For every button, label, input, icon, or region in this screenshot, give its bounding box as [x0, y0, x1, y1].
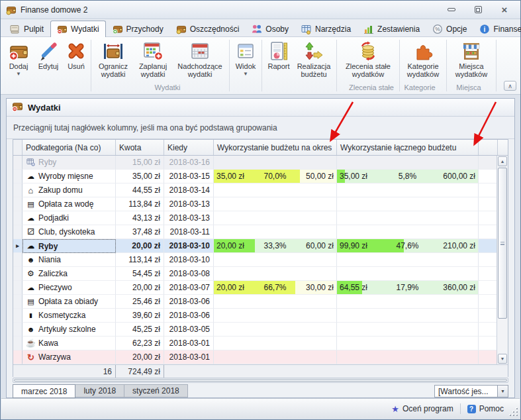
row-count: 16	[23, 365, 116, 378]
budget-limit: 60,00 zł	[295, 241, 334, 250]
expense-row[interactable]: ☻Niania113,14 zł2018-03-10	[13, 253, 508, 267]
budget-total-cell	[337, 197, 479, 211]
ribbon-button-kategorie-wydatków[interactable]: Kategorie wydatków	[402, 39, 444, 78]
budget-total-cell	[337, 211, 479, 225]
ribbon-button-nadchodzące-wydatki[interactable]: Nadchodzące wydatki	[173, 39, 227, 78]
empty-cell	[479, 156, 498, 170]
maximize-button[interactable]	[471, 5, 485, 15]
wallet-coin-icon	[176, 24, 187, 34]
ribbon-button-dodaj[interactable]: Dodaj▼	[4, 39, 33, 77]
column-header-kiedy[interactable]: Kiedy	[164, 140, 214, 155]
budget-percent: 66,7%	[256, 283, 295, 292]
expense-row[interactable]: Ryby15,00 zł2018-03-16	[13, 156, 508, 170]
close-button[interactable]: ×	[498, 5, 511, 15]
row-indicator	[13, 309, 23, 323]
expense-row[interactable]: ↻Warzywa20,00 zł2018-03-01	[13, 350, 508, 364]
expense-row[interactable]: ☻Artykuły szkolne45,25 zł2018-03-05	[13, 323, 508, 337]
budget-total-cell	[337, 184, 479, 197]
horizontal-scrollbar[interactable]	[13, 378, 508, 383]
grid-summary-row: 16724,49 zł	[13, 364, 508, 378]
filter-dropdown[interactable]: [Wartość jes... ▼	[434, 385, 508, 397]
ribbon-button-miejsca-wydatków[interactable]: Miejsca wydatków	[449, 39, 494, 78]
ribbon-button-label: Zaplanuj wydatki	[139, 62, 167, 78]
budget-period-cell: 20,00 zł66,7%30,00 zł	[214, 281, 337, 295]
ribbon-button-label: Kategorie wydatków	[407, 62, 439, 78]
expense-row[interactable]: ☁Wyroby mięsne35,00 zł2018-03-1535,00 zł…	[13, 170, 508, 184]
expense-row[interactable]: ▸☁Ryby20,00 zł2018-03-1020,00 zł33,3%60,…	[13, 239, 508, 253]
month-tab-luty-2018[interactable]: luty 2018	[75, 384, 124, 397]
budget-total-cell	[337, 350, 479, 364]
resize-grip[interactable]	[508, 407, 518, 416]
tab-narzędzia[interactable]: Narzędzia	[295, 21, 357, 36]
help-link[interactable]: ? Pomoc	[467, 404, 504, 413]
ribbon-button-realizacja-budżetu[interactable]: Realizacja budżetu	[293, 39, 334, 78]
window-title: Finanse domowe 2	[21, 5, 87, 15]
tab-przychody[interactable]: Przychody	[107, 21, 169, 36]
ribbon-button-raport[interactable]: Raport	[264, 39, 293, 70]
expense-row[interactable]: ▤Opłata za wodę113,84 zł2018-03-13	[13, 197, 508, 211]
expense-row[interactable]: ▮Kosmetyczka39,60 zł2018-03-06	[13, 309, 508, 323]
amount-cell: 25,46 zł	[116, 295, 164, 309]
column-header-wykorzystanie-łącznego-budżetu[interactable]: Wykorzystanie łącznego budżetu	[337, 140, 479, 155]
ribbon-button-usuń[interactable]: Usuń	[64, 39, 89, 70]
chevron-down-icon[interactable]: ▼	[497, 386, 508, 397]
vertical-scrollbar[interactable]: ▲ ▼	[497, 156, 508, 364]
month-tab-styczeń-2018[interactable]: styczeń 2018	[124, 384, 188, 397]
tab-label: Przychody	[126, 25, 164, 34]
scroll-down-icon[interactable]: ▼	[498, 354, 507, 364]
expense-row[interactable]: ☁Podjadki43,13 zł2018-03-13	[13, 211, 508, 225]
empty-cell	[479, 170, 498, 184]
subcategory-cell: ⌂Zakup domu	[23, 184, 116, 197]
ribbon-button-edytuj[interactable]: Edytuj	[33, 39, 64, 70]
tab-wydatki[interactable]: Wydatki	[50, 21, 106, 37]
date-cell: 2018-03-16	[164, 156, 214, 170]
chevron-down-icon: ▼	[243, 72, 248, 77]
empty-cell	[479, 239, 498, 253]
tab-zestawienia[interactable]: Zestawienia	[357, 21, 426, 36]
column-header-podkategoria-na-co[interactable]: Podkategoria (Na co)	[23, 140, 116, 155]
tab-finanse-domowe[interactable]: iFinanse domowe	[473, 21, 521, 36]
expense-row[interactable]: ⚂Club, dyskoteka37,48 zł2018-03-11	[13, 225, 508, 239]
tab-oszczędności[interactable]: Oszczędności	[170, 21, 246, 36]
subcategory-cell: ☁Pieczywo	[23, 281, 116, 295]
date-cell: 2018-03-06	[164, 309, 214, 323]
ribbon-button-zaplanuj-wydatki[interactable]: Zaplanuj wydatki	[133, 39, 173, 78]
date-cell: 2018-03-01	[164, 350, 214, 364]
tab-label: Pulpit	[24, 25, 44, 34]
expense-row[interactable]: ☁Pieczywo20,00 zł2018-03-0720,00 zł66,7%…	[13, 281, 508, 295]
scroll-up-icon[interactable]: ▲	[498, 156, 507, 166]
empty-cell	[479, 281, 498, 295]
status-bar: ★ Oceń program ? Pomoc	[1, 398, 520, 419]
chevron-down-icon: ▼	[16, 72, 21, 77]
footer-blank	[214, 365, 337, 378]
expense-row[interactable]: ⚙Zaliczka54,45 zł2018-03-08	[13, 267, 508, 281]
hscroll-thumb[interactable]	[14, 379, 507, 382]
budget-values: 35,00 zł70,0%50,00 zł	[214, 172, 336, 181]
date-cell: 2018-03-14	[164, 184, 214, 197]
scrollbar-thumb[interactable]	[498, 168, 507, 319]
puzzle-icon	[412, 40, 434, 62]
expense-row[interactable]: ☕Kawa62,23 zł2018-03-01	[13, 337, 508, 350]
empty-cell	[479, 197, 498, 211]
empty-cell	[479, 253, 498, 267]
ribbon-collapse-button[interactable]: ∧	[504, 81, 516, 91]
tab-opcje[interactable]: %Opcje	[426, 21, 473, 36]
expense-row[interactable]: ▤Opłata za obiady25,46 zł2018-03-06	[13, 295, 508, 309]
subcategory-label: Pieczywo	[38, 283, 72, 292]
tab-pulpit[interactable]: Pulpit	[4, 21, 50, 36]
rate-program-link[interactable]: ★ Oceń program	[391, 404, 453, 414]
ribbon-button-zlecenia-stałe-wydatków[interactable]: Zlecenia stałe wydatków	[339, 39, 397, 78]
window-controls: ×	[445, 5, 515, 15]
meat-icon: ☁	[26, 173, 36, 180]
ribbon-button-widok[interactable]: Widok▼	[232, 39, 260, 77]
subcategory-cell: ⚂Club, dyskoteka	[23, 225, 116, 239]
column-header-wykorzystanie-budżetu-na-okres[interactable]: Wykorzystanie budżetu na okres	[214, 140, 337, 155]
minimize-button[interactable]	[445, 5, 458, 15]
tab-osoby[interactable]: Osoby	[246, 21, 295, 36]
month-tab-marzec-2018[interactable]: marzec 2018	[13, 384, 75, 398]
column-header-kwota[interactable]: Kwota	[116, 140, 164, 155]
expense-row[interactable]: ⌂Zakup domu44,55 zł2018-03-14	[13, 184, 508, 197]
empty-cell	[479, 267, 498, 281]
ribbon-button-ogranicz-wydatki[interactable]: Ogranicz wydatki	[93, 39, 133, 78]
calendar-add-icon	[142, 40, 164, 62]
